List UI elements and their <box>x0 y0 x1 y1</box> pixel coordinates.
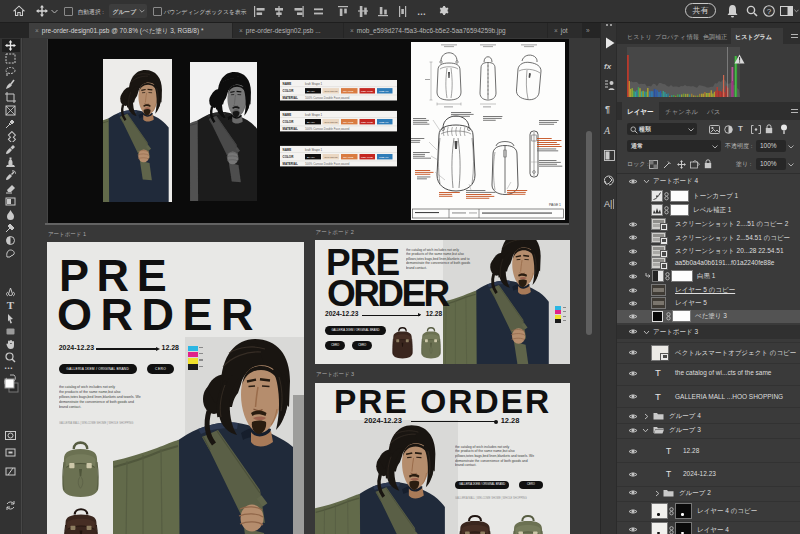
svg-text:RED WINE: RED WINE <box>361 90 373 93</box>
svg-text:COLOR: COLOR <box>283 90 295 94</box>
svg-text:ORANGE: ORANGE <box>343 90 354 93</box>
svg-text:PRE ORDER: PRE ORDER <box>334 389 551 419</box>
svg-text:the products of the same name,: the products of the same name,but also <box>455 449 515 453</box>
svg-text:PAGE 1: PAGE 1 <box>549 203 561 207</box>
svg-text:PRE: PRE <box>326 248 400 280</box>
svg-text:GALLERIA MALL | WELCOME SHOME: GALLERIA MALL | WELCOME SHOME | WHOLE SH… <box>59 421 133 425</box>
svg-text:the products of the same name,: the products of the same name,but also <box>406 252 464 256</box>
svg-text:demonstrate the convenience of: demonstrate the convenience of both good… <box>59 400 134 404</box>
svg-text:demonstrate the convenience of: demonstrate the convenience of both good… <box>406 261 471 265</box>
svg-text:T: T <box>7 300 15 311</box>
svg-text:pillows,totes bags,bed linen,b: pillows,totes bags,bed linen,blankets an… <box>406 257 470 261</box>
svg-text:?: ? <box>767 7 772 16</box>
svg-text:the catalog of wich includes n: the catalog of wich includes not only <box>455 445 510 449</box>
svg-text:COBALT: COBALT <box>379 90 389 93</box>
svg-text:NAME: NAME <box>283 82 292 86</box>
svg-text:BLACK: BLACK <box>307 90 315 93</box>
svg-text:pillows,totes bags,bed linen,b: pillows,totes bags,bed linen,blankets an… <box>59 395 141 399</box>
svg-text:ORDER: ORDER <box>327 279 449 311</box>
svg-text:ORDER: ORDER <box>57 297 262 337</box>
svg-text:100% Canvas Double Face,waxed: 100% Canvas Double Face,waxed <box>305 96 350 100</box>
svg-text:brand contact.: brand contact. <box>59 405 81 409</box>
svg-text:pillows,totes bags,bed linen,b: pillows,totes bags,bed linen,blankets an… <box>455 454 534 458</box>
svg-text:the products of the same name,: the products of the same name,but also <box>59 390 121 394</box>
svg-text:demonstrate the convenience of: demonstrate the convenience of both good… <box>455 459 528 463</box>
svg-text:GALLERIA MALL | WELCOME SHOME: GALLERIA MALL | WELCOME SHOME | WHOLE SH… <box>455 495 527 499</box>
svg-text:MATERIAL: MATERIAL <box>283 96 298 100</box>
svg-text:the catalog of wich includes n: the catalog of wich includes not only <box>406 248 459 252</box>
svg-text:brand contact.: brand contact. <box>455 463 477 467</box>
svg-text:brand contact.: brand contact. <box>406 266 427 270</box>
svg-text:ECO BEIGE: ECO BEIGE <box>325 90 339 93</box>
svg-text:PRE: PRE <box>59 258 174 298</box>
svg-text:the catalog of wich includes n: the catalog of wich includes not only <box>59 385 115 389</box>
svg-text:kraft Shape 1: kraft Shape 1 <box>305 82 323 86</box>
